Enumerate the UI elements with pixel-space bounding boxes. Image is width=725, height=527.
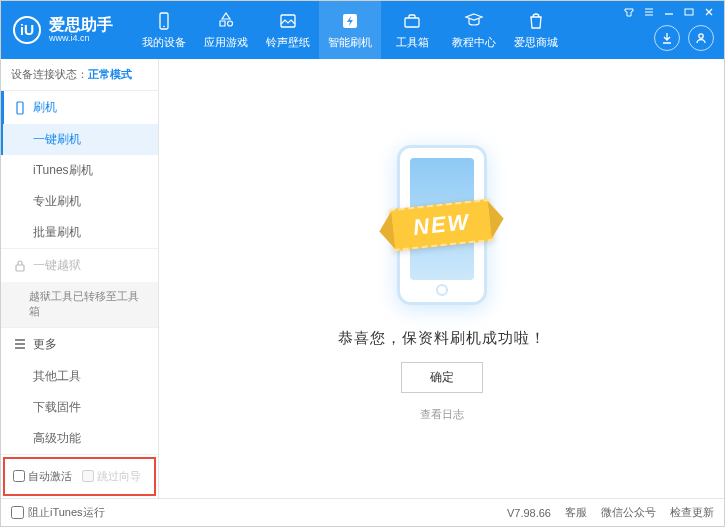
block-itunes-checkbox[interactable]: 阻止iTunes运行	[11, 505, 105, 520]
svg-rect-5	[685, 9, 693, 15]
view-log-link[interactable]: 查看日志	[420, 407, 464, 422]
options-highlighted-box: 自动激活 跳过向导	[3, 457, 156, 496]
user-button[interactable]	[688, 25, 714, 51]
window-controls	[620, 5, 718, 19]
footer-support-link[interactable]: 客服	[565, 505, 587, 520]
success-illustration: NEW	[352, 135, 532, 315]
sidebar-section-jailbreak: 一键越狱	[1, 249, 158, 282]
download-button[interactable]	[654, 25, 680, 51]
nav-my-device[interactable]: 我的设备	[133, 1, 195, 59]
nav-toolbox[interactable]: 工具箱	[381, 1, 443, 59]
skip-setup-checkbox[interactable]: 跳过向导	[82, 469, 141, 484]
sidebar-item-itunes-flash[interactable]: iTunes刷机	[1, 155, 158, 186]
svg-rect-8	[16, 265, 24, 271]
footer: 阻止iTunes运行 V7.98.66 客服 微信公众号 检查更新	[1, 498, 724, 526]
svg-rect-4	[405, 18, 419, 27]
nav-tutorials[interactable]: 教程中心	[443, 1, 505, 59]
app-title: 爱思助手	[49, 16, 113, 34]
top-nav: 我的设备 应用游戏 铃声壁纸 智能刷机 工具箱 教程中心	[133, 1, 567, 59]
lock-icon	[13, 259, 27, 273]
sidebar-item-oneclick-flash[interactable]: 一键刷机	[1, 124, 158, 155]
ok-button[interactable]: 确定	[401, 362, 483, 393]
minimize-button[interactable]	[660, 5, 678, 19]
jailbreak-moved-note: 越狱工具已转移至工具箱	[1, 282, 158, 327]
store-icon	[525, 10, 547, 32]
nav-apps-games[interactable]: 应用游戏	[195, 1, 257, 59]
sidebar-item-batch-flash[interactable]: 批量刷机	[1, 217, 158, 248]
sidebar-item-pro-flash[interactable]: 专业刷机	[1, 186, 158, 217]
more-icon	[13, 337, 27, 351]
maximize-button[interactable]	[680, 5, 698, 19]
titlebar: iU 爱思助手 www.i4.cn 我的设备 应用游戏 铃声壁纸 智能刷机	[1, 1, 724, 59]
flash-icon	[339, 10, 361, 32]
main-content: NEW 恭喜您，保资料刷机成功啦！ 确定 查看日志	[159, 59, 724, 498]
svg-point-6	[699, 34, 703, 38]
sidebar-section-more[interactable]: 更多	[1, 328, 158, 361]
auto-activate-checkbox[interactable]: 自动激活	[13, 469, 72, 484]
sidebar: 设备连接状态：正常模式 刷机 一键刷机 iTunes刷机 专业刷机 批量刷机 一…	[1, 59, 159, 498]
logo: iU 爱思助手 www.i4.cn	[13, 16, 113, 44]
svg-rect-7	[17, 102, 23, 114]
footer-update-link[interactable]: 检查更新	[670, 505, 714, 520]
svg-rect-2	[281, 15, 295, 27]
svg-point-1	[163, 26, 165, 28]
sidebar-section-flash[interactable]: 刷机	[1, 91, 158, 124]
tutorial-icon	[463, 10, 485, 32]
skin-button[interactable]	[620, 5, 638, 19]
logo-icon: iU	[13, 16, 41, 44]
sidebar-item-advanced[interactable]: 高级功能	[1, 423, 158, 454]
nav-smart-flash[interactable]: 智能刷机	[319, 1, 381, 59]
apps-icon	[215, 10, 237, 32]
nav-ringtones[interactable]: 铃声壁纸	[257, 1, 319, 59]
close-button[interactable]	[700, 5, 718, 19]
success-message: 恭喜您，保资料刷机成功啦！	[338, 329, 546, 348]
nav-store[interactable]: 爱思商城	[505, 1, 567, 59]
device-icon	[153, 10, 175, 32]
version-label: V7.98.66	[507, 507, 551, 519]
toolbox-icon	[401, 10, 423, 32]
connection-status: 设备连接状态：正常模式	[1, 59, 158, 91]
menu-button[interactable]	[640, 5, 658, 19]
wallpaper-icon	[277, 10, 299, 32]
footer-wechat-link[interactable]: 微信公众号	[601, 505, 656, 520]
phone-icon	[13, 101, 27, 115]
sidebar-item-other-tools[interactable]: 其他工具	[1, 361, 158, 392]
sidebar-item-download-firmware[interactable]: 下载固件	[1, 392, 158, 423]
app-url: www.i4.cn	[49, 34, 113, 44]
